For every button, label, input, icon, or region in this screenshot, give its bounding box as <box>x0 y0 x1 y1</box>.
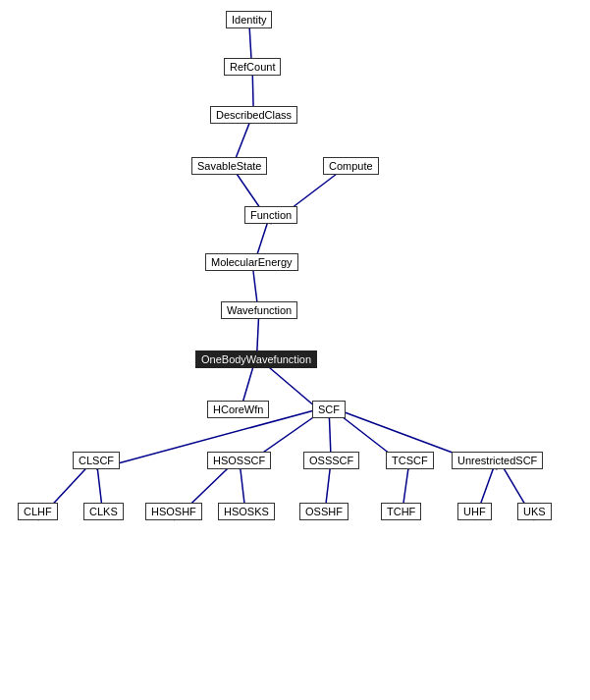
node-hcorewfn: HCoreWfn <box>207 401 269 418</box>
node-identity: Identity <box>226 11 272 28</box>
node-onebodywavefunction: OneBodyWavefunction <box>195 350 317 368</box>
node-ossscf: OSSSCF <box>303 452 359 469</box>
node-hsosks: HSOSKS <box>218 503 275 520</box>
node-molecularenergy: MolecularEnergy <box>205 253 298 271</box>
node-compute: Compute <box>323 157 379 175</box>
node-hsosscf: HSOSSCF <box>207 452 271 469</box>
node-clhf: CLHF <box>18 503 58 520</box>
node-hsoshf: HSOSHF <box>145 503 202 520</box>
diagram: IdentityRefCountDescribedClassSavableSta… <box>0 0 590 700</box>
node-unrestrictedscf: UnrestrictedSCF <box>452 452 543 469</box>
node-wavefunction: Wavefunction <box>221 301 297 319</box>
node-uks: UKS <box>517 503 552 520</box>
node-savablestate: SavableState <box>191 157 267 175</box>
node-clscf: CLSCF <box>73 452 120 469</box>
node-tcscf: TCSCF <box>386 452 434 469</box>
node-clks: CLKS <box>83 503 124 520</box>
node-refcount: RefCount <box>224 58 281 76</box>
node-scf: SCF <box>312 401 346 418</box>
node-function: Function <box>244 206 297 224</box>
node-describedclass: DescribedClass <box>210 106 297 124</box>
node-osshf: OSSHF <box>299 503 349 520</box>
node-tchf: TCHF <box>381 503 421 520</box>
node-uhf: UHF <box>457 503 492 520</box>
